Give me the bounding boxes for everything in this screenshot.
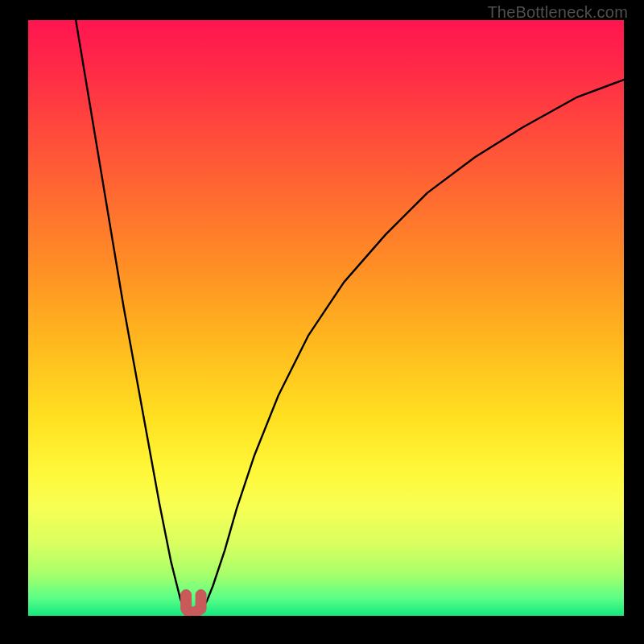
watermark-text: TheBottleneck.com bbox=[487, 3, 628, 22]
chart-svg bbox=[28, 20, 624, 616]
chart-frame: TheBottleneck.com bbox=[0, 0, 644, 644]
curve-left bbox=[76, 20, 186, 610]
optimum-marker bbox=[186, 595, 201, 612]
plot-area bbox=[28, 20, 624, 616]
curve-right bbox=[201, 80, 624, 610]
